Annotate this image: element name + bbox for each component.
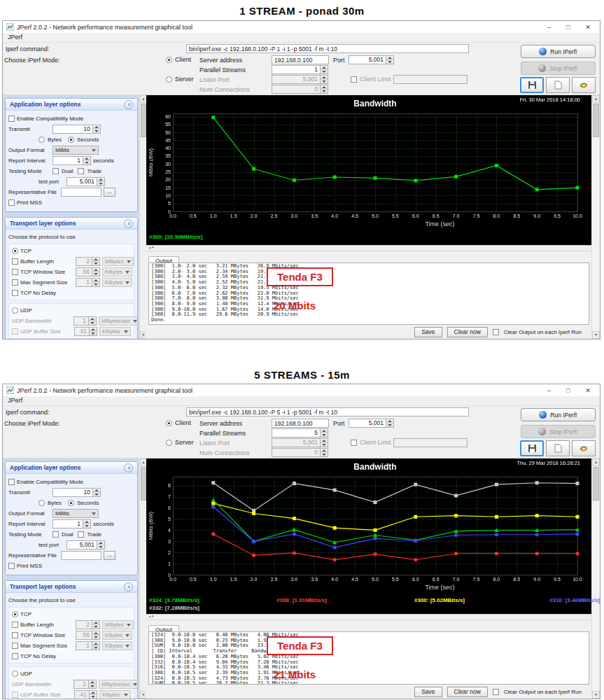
udp-buffer-field[interactable]: 41 xyxy=(74,690,90,699)
compat-mode-checkbox[interactable] xyxy=(8,479,15,485)
client-limit-field[interactable] xyxy=(393,438,468,447)
tcp-window-spinner[interactable] xyxy=(92,631,100,640)
test-port-field[interactable]: 5,001 xyxy=(66,540,97,550)
client-radio[interactable] xyxy=(166,420,172,426)
udp-bandwidth-field[interactable]: 1 xyxy=(73,680,89,689)
rep-file-field[interactable] xyxy=(61,551,101,560)
menu-jperf[interactable]: JPerf xyxy=(8,34,22,41)
window-scrollbar[interactable]: ▲ ▼ xyxy=(591,458,600,699)
port-spinner[interactable] xyxy=(386,55,394,64)
udp-bandwidth-unit-select[interactable]: MBytes/sec xyxy=(99,680,138,689)
buffer-length-checkbox[interactable] xyxy=(12,258,18,265)
tcp-window-field[interactable]: 56 xyxy=(76,631,92,640)
server-address-field[interactable]: 192.168.0.100 xyxy=(272,419,329,428)
buffer-length-field[interactable]: 2 xyxy=(76,257,92,266)
clear-now-button[interactable]: Clear now xyxy=(447,327,488,337)
maximize-icon[interactable]: □ xyxy=(566,387,570,394)
parallel-streams-field[interactable]: 5 xyxy=(272,428,321,438)
collapse-icon[interactable]: « xyxy=(124,582,133,592)
tcp-radio[interactable] xyxy=(12,611,18,617)
collapse-icon[interactable]: « xyxy=(124,219,133,228)
bytes-radio[interactable] xyxy=(38,136,45,143)
tcp-window-field[interactable]: 56 xyxy=(76,267,92,276)
server-radio[interactable] xyxy=(166,440,172,446)
server-radio[interactable] xyxy=(166,76,172,83)
max-segment-unit-select[interactable]: KBytes xyxy=(102,278,132,287)
report-interval-field[interactable]: 1 xyxy=(52,156,83,165)
dual-checkbox[interactable] xyxy=(52,168,59,174)
run-iperf-button[interactable]: Run IPerf! xyxy=(521,408,596,421)
restore-defaults-button[interactable] xyxy=(572,77,596,93)
iperf-command-field[interactable]: bin/iperf.exe -c 192.168.0.100 -P 5 -i 1… xyxy=(186,407,469,416)
buffer-length-checkbox[interactable] xyxy=(12,622,18,628)
max-segment-spinner[interactable] xyxy=(92,278,100,287)
scrollbar-thumb[interactable] xyxy=(141,104,146,137)
save-button[interactable]: Save xyxy=(414,687,442,697)
transmit-field[interactable]: 10 xyxy=(52,125,93,134)
buffer-length-spinner[interactable] xyxy=(92,620,100,629)
clear-output-checkbox[interactable] xyxy=(493,689,499,695)
scrollbar-track[interactable] xyxy=(592,103,600,331)
bytes-radio[interactable] xyxy=(38,500,45,506)
client-limit-checkbox[interactable] xyxy=(351,76,357,83)
trade-checkbox[interactable] xyxy=(78,168,84,174)
num-connections-spinner[interactable] xyxy=(321,85,328,94)
scrollbar-thumb[interactable] xyxy=(593,467,599,500)
transmit-spinner[interactable] xyxy=(93,488,101,497)
test-port-spinner[interactable] xyxy=(97,540,105,550)
compat-mode-checkbox[interactable] xyxy=(8,115,15,122)
report-interval-spinner[interactable] xyxy=(83,519,91,528)
scroll-up-icon[interactable]: ▲ xyxy=(592,95,600,103)
port-spinner[interactable] xyxy=(386,419,394,428)
server-address-field[interactable]: 192.168.0.100 xyxy=(272,55,329,64)
stop-iperf-button[interactable]: Stop IPerf! xyxy=(521,425,596,438)
udp-bandwidth-spinner[interactable] xyxy=(89,316,97,326)
udp-buffer-field[interactable]: 41 xyxy=(74,327,90,336)
scrollbar-track[interactable] xyxy=(592,466,600,691)
save-button[interactable]: Save xyxy=(414,327,442,337)
maximize-icon[interactable]: □ xyxy=(566,24,570,31)
udp-bandwidth-field[interactable]: 1 xyxy=(73,316,89,326)
window-scrollbar[interactable]: ▲ ▼ xyxy=(591,95,600,339)
udp-buffer-checkbox[interactable] xyxy=(12,692,18,698)
browse-button[interactable]: ... xyxy=(104,188,115,197)
parallel-streams-spinner[interactable] xyxy=(321,428,328,438)
max-segment-spinner[interactable] xyxy=(92,641,100,650)
udp-radio[interactable] xyxy=(12,671,18,677)
udp-radio[interactable] xyxy=(12,307,18,314)
clear-now-button[interactable]: Clear now xyxy=(447,687,488,697)
listen-port-field[interactable]: 5,001 xyxy=(272,75,321,84)
num-connections-spinner[interactable] xyxy=(321,448,328,457)
scroll-down-icon[interactable]: ▼ xyxy=(592,691,600,699)
scroll-down-icon[interactable]: ▼ xyxy=(592,331,600,339)
parallel-streams-spinner[interactable] xyxy=(321,65,328,74)
buffer-length-unit-select[interactable]: MBytes xyxy=(102,620,134,629)
browse-button[interactable]: ... xyxy=(104,551,115,560)
collapse-icon[interactable]: « xyxy=(124,463,133,472)
close-icon[interactable]: ✕ xyxy=(585,24,591,31)
udp-buffer-unit-select[interactable]: KBytes xyxy=(99,690,131,699)
output-log[interactable]: [300] 1.0- 2.0 sec 3.21 MBytes 26.9 Mbit… xyxy=(148,262,589,325)
minimize-icon[interactable]: – xyxy=(547,24,551,31)
dual-checkbox[interactable] xyxy=(52,531,59,538)
num-connections-field[interactable]: 0 xyxy=(272,448,321,457)
collapse-icon[interactable]: « xyxy=(124,100,133,109)
chart-output-splitter[interactable]: ▴ ▾ xyxy=(146,245,591,251)
num-connections-field[interactable]: 0 xyxy=(272,85,321,94)
tcp-nodelay-checkbox[interactable] xyxy=(12,653,18,659)
scrollbar-thumb[interactable] xyxy=(593,104,599,137)
load-output-button[interactable] xyxy=(546,77,570,93)
max-segment-checkbox[interactable] xyxy=(12,643,18,649)
tcp-window-spinner[interactable] xyxy=(92,267,100,276)
listen-port-field[interactable]: 5,001 xyxy=(272,438,321,447)
transmit-field[interactable]: 10 xyxy=(52,488,93,497)
restore-defaults-button[interactable] xyxy=(572,440,596,456)
test-port-spinner[interactable] xyxy=(97,177,105,186)
port-field[interactable]: 5,001 xyxy=(349,419,386,428)
trade-checkbox[interactable] xyxy=(78,531,84,538)
save-config-button[interactable] xyxy=(520,440,544,456)
report-interval-spinner[interactable] xyxy=(83,156,91,165)
parallel-streams-field[interactable]: 1 xyxy=(272,65,321,74)
max-segment-field[interactable]: 1 xyxy=(76,641,92,650)
stop-iperf-button[interactable]: Stop IPerf! xyxy=(521,62,596,75)
